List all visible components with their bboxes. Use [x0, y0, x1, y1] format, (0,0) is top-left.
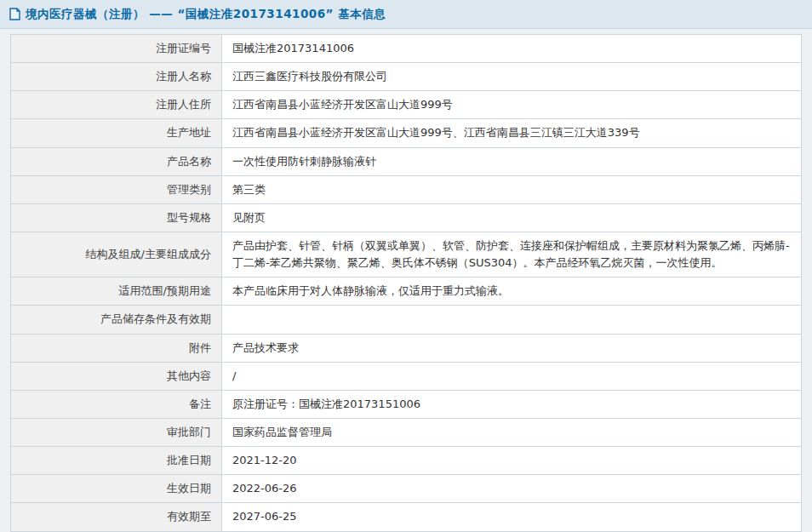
row-label: 其他内容	[11, 362, 222, 390]
row-label: 审批部门	[11, 418, 222, 446]
row-label: 附件	[11, 334, 222, 362]
table-row: 备注 原注册证号：国械注准20173151006	[11, 390, 802, 418]
table-row: 注册人住所 江西省南昌县小蓝经济开发区富山大道999号	[11, 91, 802, 119]
page-title: 境内医疗器械（注册） —— “国械注准20173141006” 基本信息	[26, 7, 386, 22]
row-label: 型号规格	[11, 203, 222, 232]
row-label: 备注	[11, 390, 222, 418]
row-value: 产品由护套、针管、针柄（双翼或单翼）、软管、防护套、连接座和保护帽组成，主要原材…	[222, 232, 802, 277]
table-row: 附件 产品技术要求	[11, 334, 802, 362]
row-value: 一次性使用防针刺静脉输液针	[222, 147, 802, 175]
row-label: 管理类别	[11, 175, 222, 203]
row-value: 国械注准20173141006	[222, 35, 802, 63]
row-label: 注册证编号	[11, 35, 222, 63]
row-value: 见附页	[222, 203, 802, 232]
registration-info-panel: 注册证编号 国械注准20173141006 注册人名称 江西三鑫医疗科技股份有限…	[0, 29, 812, 532]
registration-info-table: 注册证编号 国械注准20173141006 注册人名称 江西三鑫医疗科技股份有限…	[10, 34, 802, 532]
row-label: 批准日期	[11, 447, 222, 475]
table-row: 注册人名称 江西三鑫医疗科技股份有限公司	[11, 63, 802, 91]
row-label: 产品名称	[11, 147, 222, 175]
row-value: 原注册证号：国械注准20173151006	[222, 390, 802, 418]
row-label: 生产地址	[11, 119, 222, 147]
row-value: 2022-06-26	[222, 475, 802, 503]
page-header: 境内医疗器械（注册） —— “国械注准20173141006” 基本信息	[0, 0, 812, 29]
row-value: 江西省南昌县小蓝经济开发区富山大道999号	[222, 91, 802, 119]
row-value	[222, 306, 802, 334]
row-label: 注册人名称	[11, 63, 222, 91]
table-row: 管理类别 第三类	[11, 175, 802, 203]
table-row: 产品储存条件及有效期	[11, 306, 802, 334]
row-label: 生效日期	[11, 475, 222, 503]
table-row: 有效期至 2027-06-25	[11, 503, 802, 531]
row-value: 产品技术要求	[222, 334, 802, 362]
row-value: 2021-12-20	[222, 447, 802, 475]
row-label: 结构及组成/主要组成成分	[11, 232, 222, 277]
row-label: 有效期至	[11, 503, 222, 531]
row-value: 本产品临床用于对人体静脉输液，仅适用于重力式输液。	[222, 277, 802, 306]
table-row: 适用范围/预期用途 本产品临床用于对人体静脉输液，仅适用于重力式输液。	[11, 277, 802, 306]
table-row: 结构及组成/主要组成成分 产品由护套、针管、针柄（双翼或单翼）、软管、防护套、连…	[11, 232, 802, 277]
document-icon	[9, 8, 20, 20]
table-row: 生效日期 2022-06-26	[11, 475, 802, 503]
table-row: 生产地址 江西省南昌县小蓝经济开发区富山大道999号、江西省南昌县三江镇三江大道…	[11, 119, 802, 147]
row-label: 适用范围/预期用途	[11, 277, 222, 306]
row-value: 第三类	[222, 175, 802, 203]
table-row: 批准日期 2021-12-20	[11, 447, 802, 475]
row-value: 江西省南昌县小蓝经济开发区富山大道999号、江西省南昌县三江镇三江大道339号	[222, 119, 802, 147]
row-value: 国家药品监督管理局	[222, 418, 802, 446]
table-row: 型号规格 见附页	[11, 203, 802, 232]
table-row: 其他内容 /	[11, 362, 802, 390]
row-label: 注册人住所	[11, 91, 222, 119]
row-label: 产品储存条件及有效期	[11, 306, 222, 334]
table-row: 审批部门 国家药品监督管理局	[11, 418, 802, 446]
row-value: 江西三鑫医疗科技股份有限公司	[222, 63, 802, 91]
table-row: 注册证编号 国械注准20173141006	[11, 35, 802, 63]
table-row: 产品名称 一次性使用防针刺静脉输液针	[11, 147, 802, 175]
row-value: 2027-06-25	[222, 503, 802, 531]
row-value: /	[222, 362, 802, 390]
